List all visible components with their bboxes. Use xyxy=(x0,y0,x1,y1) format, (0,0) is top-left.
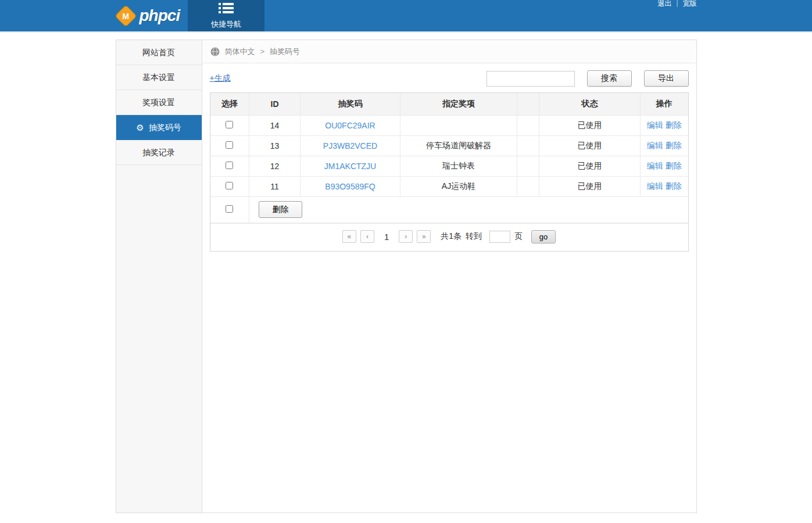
row-empty-cell xyxy=(517,156,539,176)
row-prize: 停车场道闸破解器 xyxy=(400,135,517,156)
current-page-number: 1 xyxy=(384,232,389,242)
row-empty-cell xyxy=(517,135,539,156)
edit-link[interactable]: 编辑 xyxy=(647,181,663,191)
table-footer-row: 删除 xyxy=(210,196,688,223)
sidebar: 网站首页 基本设置 奖项设置 ⚙抽奖码号 抽奖记录 xyxy=(116,40,202,513)
breadcrumb: 简体中文 > 抽奖码号 xyxy=(202,40,696,63)
header-links: 退出 | 宽版 xyxy=(657,0,696,9)
table-row: 13 PJ3WB2VCED 停车场道闸破解器 已使用 编辑 删除 xyxy=(210,135,688,156)
link-separator: | xyxy=(676,0,678,7)
search-input[interactable] xyxy=(487,71,575,87)
table-toolbar: +生成 搜索 导出 xyxy=(202,63,696,92)
code-link[interactable]: OU0FC29AIR xyxy=(325,121,375,130)
page-suffix-text: 页 xyxy=(514,231,523,242)
top-header: M phpci 快捷导航 退出 | 宽版 xyxy=(0,0,812,33)
export-button[interactable]: 导出 xyxy=(644,70,689,87)
quick-nav-label: 快捷导航 xyxy=(211,19,241,30)
row-id: 13 xyxy=(249,135,301,156)
row-status: 已使用 xyxy=(539,156,641,176)
col-header-select: 选择 xyxy=(210,93,249,115)
content-area: 简体中文 > 抽奖码号 +生成 搜索 导出 选择 ID 抽奖码 xyxy=(202,40,696,513)
edit-link[interactable]: 编辑 xyxy=(647,161,663,170)
edit-link[interactable]: 编辑 xyxy=(647,120,663,130)
sidebar-item-lottery-codes[interactable]: ⚙抽奖码号 xyxy=(116,115,202,140)
code-link[interactable]: JM1AKCTZJU xyxy=(324,162,376,171)
row-id: 11 xyxy=(249,176,301,196)
col-header-code: 抽奖码 xyxy=(301,93,400,115)
bulk-delete-button[interactable]: 删除 xyxy=(259,201,302,218)
globe-icon xyxy=(210,47,220,56)
sidebar-item-label: 抽奖码号 xyxy=(149,123,181,132)
table-row: 12 JM1AKCTZJU 瑞士钟表 已使用 编辑 删除 xyxy=(210,156,688,176)
sidebar-item-label: 奖项设置 xyxy=(142,98,175,107)
delete-link[interactable]: 删除 xyxy=(666,141,682,150)
row-status: 已使用 xyxy=(539,115,641,135)
row-empty-cell xyxy=(517,176,539,196)
breadcrumb-current-page: 抽奖码号 xyxy=(270,46,300,57)
page-number-input[interactable] xyxy=(489,231,510,243)
row-id: 14 xyxy=(249,115,301,135)
col-header-status: 状态 xyxy=(539,93,641,115)
sidebar-item-home[interactable]: 网站首页 xyxy=(116,40,202,65)
code-link[interactable]: B93O9589FQ xyxy=(325,182,375,191)
col-header-empty xyxy=(517,93,539,115)
sidebar-item-label: 基本设置 xyxy=(142,73,175,82)
sidebar-item-label: 抽奖记录 xyxy=(142,148,175,157)
table-row: 11 B93O9589FQ AJ运动鞋 已使用 编辑 删除 xyxy=(210,176,688,196)
breadcrumb-separator: > xyxy=(260,47,265,56)
pagination: « ‹ 1 › » 共1条 转到 页 go xyxy=(210,223,688,251)
delete-link[interactable]: 删除 xyxy=(666,161,682,170)
row-prize xyxy=(400,115,517,135)
sidebar-item-label: 网站首页 xyxy=(142,48,175,57)
first-page-button[interactable]: « xyxy=(342,230,356,243)
row-id: 12 xyxy=(249,156,301,176)
go-button[interactable]: go xyxy=(531,230,556,243)
lottery-codes-table-box: 选择 ID 抽奖码 指定奖项 状态 操作 14 OU0FC29AIR 已使用 编… xyxy=(210,92,689,252)
delete-link[interactable]: 删除 xyxy=(666,120,682,130)
quick-nav-tab[interactable]: 快捷导航 xyxy=(188,0,264,31)
generate-link[interactable]: +生成 xyxy=(210,73,231,84)
row-empty-cell xyxy=(517,115,539,135)
lottery-codes-table: 选择 ID 抽奖码 指定奖项 状态 操作 14 OU0FC29AIR 已使用 编… xyxy=(210,93,688,223)
edit-link[interactable]: 编辑 xyxy=(647,141,663,150)
logout-link[interactable]: 退出 xyxy=(657,0,671,9)
gear-icon: ⚙ xyxy=(136,123,144,132)
sidebar-item-lottery-records[interactable]: 抽奖记录 xyxy=(116,140,202,165)
app-logo[interactable]: M phpci xyxy=(116,0,188,31)
prev-page-button[interactable]: ‹ xyxy=(360,230,374,243)
row-prize: 瑞士钟表 xyxy=(400,156,517,176)
row-checkbox[interactable] xyxy=(226,182,233,189)
row-checkbox[interactable] xyxy=(226,162,233,169)
code-link[interactable]: PJ3WB2VCED xyxy=(323,141,377,151)
table-header-row: 选择 ID 抽奖码 指定奖项 状态 操作 xyxy=(210,93,688,115)
logo-text: phpci xyxy=(139,6,180,25)
select-all-checkbox[interactable] xyxy=(226,205,233,213)
col-header-id: ID xyxy=(249,93,301,115)
col-header-actions: 操作 xyxy=(641,93,688,115)
wide-version-link[interactable]: 宽版 xyxy=(683,0,697,9)
next-page-button[interactable]: › xyxy=(399,230,413,243)
table-row: 14 OU0FC29AIR 已使用 编辑 删除 xyxy=(210,115,688,135)
search-button[interactable]: 搜索 xyxy=(587,70,632,87)
sidebar-item-basic-settings[interactable]: 基本设置 xyxy=(116,65,202,90)
row-prize: AJ运动鞋 xyxy=(400,176,517,196)
last-page-button[interactable]: » xyxy=(417,230,431,243)
row-status: 已使用 xyxy=(539,176,641,196)
list-menu-icon xyxy=(219,2,234,16)
breadcrumb-language[interactable]: 简体中文 xyxy=(225,46,255,57)
total-count-text: 共1条 xyxy=(441,231,462,242)
col-header-prize: 指定奖项 xyxy=(400,93,517,115)
delete-link[interactable]: 删除 xyxy=(666,181,682,191)
row-checkbox[interactable] xyxy=(226,141,233,149)
row-status: 已使用 xyxy=(539,135,641,156)
main-container: 网站首页 基本设置 奖项设置 ⚙抽奖码号 抽奖记录 简体中文 > 抽奖码号 +生… xyxy=(116,40,697,513)
logo-diamond-icon: M xyxy=(115,5,137,27)
logo-badge-letter: M xyxy=(122,11,129,20)
row-checkbox[interactable] xyxy=(226,121,233,128)
goto-text: 转到 xyxy=(466,231,482,242)
sidebar-item-prize-settings[interactable]: 奖项设置 xyxy=(116,90,202,115)
